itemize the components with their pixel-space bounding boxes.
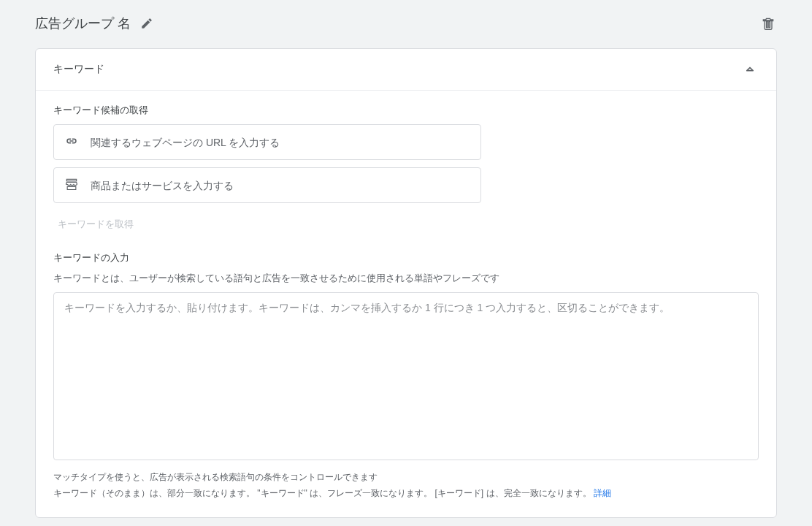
url-input[interactable] — [91, 137, 470, 148]
entry-description: キーワードとは、ユーザーが検索している語句と広告を一致させるために使用される単語… — [53, 272, 759, 285]
entry-section-label: キーワードの入力 — [53, 251, 759, 264]
page-title: 広告グループ 名 — [35, 15, 131, 32]
storefront-icon — [64, 177, 79, 194]
suggest-section-label: キーワード候補の取得 — [53, 104, 759, 117]
link-icon — [64, 134, 79, 150]
get-keywords-button: キーワードを取得 — [53, 210, 759, 234]
product-input[interactable] — [91, 180, 470, 191]
keyword-card: キーワード キーワード候補の取得 キーワードを取得 キーワードの入力 キーワード… — [35, 48, 777, 518]
product-input-row[interactable] — [53, 167, 481, 203]
edit-icon[interactable] — [138, 15, 156, 32]
card-header[interactable]: キーワード — [36, 49, 776, 91]
details-link[interactable]: 詳細 — [594, 488, 611, 498]
footnote-line2: キーワード（そのまま）は、部分一致になります。 "キーワード" は、フレーズ一致… — [53, 488, 594, 498]
footnote-line1: マッチタイプを使うと、広告が表示される検索語句の条件をコントロールできます — [53, 470, 759, 486]
footnote-line2-wrap: キーワード（そのまま）は、部分一致になります。 "キーワード" は、フレーズ一致… — [53, 486, 759, 502]
card-title: キーワード — [53, 63, 104, 76]
match-type-footnote: マッチタイプを使うと、広告が表示される検索語句の条件をコントロールできます キー… — [53, 470, 759, 501]
collapse-icon[interactable] — [741, 61, 759, 78]
url-input-row[interactable] — [53, 124, 481, 160]
delete-icon[interactable] — [759, 15, 777, 32]
keyword-textarea[interactable] — [53, 292, 759, 460]
